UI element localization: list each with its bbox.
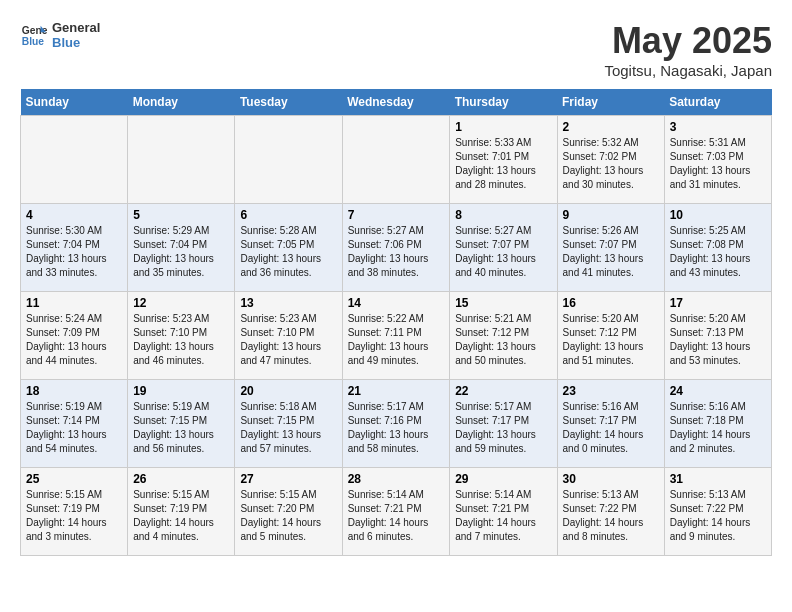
calendar-cell: 19Sunrise: 5:19 AM Sunset: 7:15 PM Dayli… (128, 380, 235, 468)
col-header-thursday: Thursday (450, 89, 557, 116)
day-detail: Sunrise: 5:14 AM Sunset: 7:21 PM Dayligh… (455, 488, 551, 544)
logo: General Blue General Blue (20, 20, 100, 50)
day-detail: Sunrise: 5:13 AM Sunset: 7:22 PM Dayligh… (670, 488, 766, 544)
calendar-cell: 10Sunrise: 5:25 AM Sunset: 7:08 PM Dayli… (664, 204, 771, 292)
calendar-cell: 12Sunrise: 5:23 AM Sunset: 7:10 PM Dayli… (128, 292, 235, 380)
col-header-friday: Friday (557, 89, 664, 116)
calendar-cell: 21Sunrise: 5:17 AM Sunset: 7:16 PM Dayli… (342, 380, 450, 468)
day-detail: Sunrise: 5:14 AM Sunset: 7:21 PM Dayligh… (348, 488, 445, 544)
day-number: 15 (455, 296, 551, 310)
day-number: 6 (240, 208, 336, 222)
day-detail: Sunrise: 5:31 AM Sunset: 7:03 PM Dayligh… (670, 136, 766, 192)
calendar-cell: 8Sunrise: 5:27 AM Sunset: 7:07 PM Daylig… (450, 204, 557, 292)
calendar-cell (21, 116, 128, 204)
calendar-cell: 24Sunrise: 5:16 AM Sunset: 7:18 PM Dayli… (664, 380, 771, 468)
logo-line1: General (52, 20, 100, 35)
calendar-cell (342, 116, 450, 204)
day-detail: Sunrise: 5:30 AM Sunset: 7:04 PM Dayligh… (26, 224, 122, 280)
day-number: 1 (455, 120, 551, 134)
calendar-cell: 20Sunrise: 5:18 AM Sunset: 7:15 PM Dayli… (235, 380, 342, 468)
col-header-tuesday: Tuesday (235, 89, 342, 116)
day-number: 16 (563, 296, 659, 310)
day-detail: Sunrise: 5:23 AM Sunset: 7:10 PM Dayligh… (133, 312, 229, 368)
day-number: 5 (133, 208, 229, 222)
day-number: 26 (133, 472, 229, 486)
day-detail: Sunrise: 5:17 AM Sunset: 7:17 PM Dayligh… (455, 400, 551, 456)
day-number: 30 (563, 472, 659, 486)
day-detail: Sunrise: 5:19 AM Sunset: 7:15 PM Dayligh… (133, 400, 229, 456)
day-detail: Sunrise: 5:32 AM Sunset: 7:02 PM Dayligh… (563, 136, 659, 192)
col-header-sunday: Sunday (21, 89, 128, 116)
col-header-wednesday: Wednesday (342, 89, 450, 116)
calendar-cell: 17Sunrise: 5:20 AM Sunset: 7:13 PM Dayli… (664, 292, 771, 380)
calendar-cell (128, 116, 235, 204)
day-number: 27 (240, 472, 336, 486)
day-detail: Sunrise: 5:15 AM Sunset: 7:19 PM Dayligh… (133, 488, 229, 544)
day-detail: Sunrise: 5:20 AM Sunset: 7:12 PM Dayligh… (563, 312, 659, 368)
day-number: 4 (26, 208, 122, 222)
calendar-cell: 13Sunrise: 5:23 AM Sunset: 7:10 PM Dayli… (235, 292, 342, 380)
day-number: 3 (670, 120, 766, 134)
calendar-cell: 30Sunrise: 5:13 AM Sunset: 7:22 PM Dayli… (557, 468, 664, 556)
calendar-cell: 2Sunrise: 5:32 AM Sunset: 7:02 PM Daylig… (557, 116, 664, 204)
col-header-saturday: Saturday (664, 89, 771, 116)
day-detail: Sunrise: 5:27 AM Sunset: 7:06 PM Dayligh… (348, 224, 445, 280)
day-number: 14 (348, 296, 445, 310)
day-number: 28 (348, 472, 445, 486)
col-header-monday: Monday (128, 89, 235, 116)
day-detail: Sunrise: 5:28 AM Sunset: 7:05 PM Dayligh… (240, 224, 336, 280)
calendar-week-2: 11Sunrise: 5:24 AM Sunset: 7:09 PM Dayli… (21, 292, 772, 380)
day-number: 20 (240, 384, 336, 398)
calendar-week-3: 18Sunrise: 5:19 AM Sunset: 7:14 PM Dayli… (21, 380, 772, 468)
day-number: 11 (26, 296, 122, 310)
calendar-cell: 31Sunrise: 5:13 AM Sunset: 7:22 PM Dayli… (664, 468, 771, 556)
day-detail: Sunrise: 5:20 AM Sunset: 7:13 PM Dayligh… (670, 312, 766, 368)
day-detail: Sunrise: 5:18 AM Sunset: 7:15 PM Dayligh… (240, 400, 336, 456)
day-detail: Sunrise: 5:21 AM Sunset: 7:12 PM Dayligh… (455, 312, 551, 368)
day-number: 24 (670, 384, 766, 398)
day-detail: Sunrise: 5:24 AM Sunset: 7:09 PM Dayligh… (26, 312, 122, 368)
calendar-cell: 29Sunrise: 5:14 AM Sunset: 7:21 PM Dayli… (450, 468, 557, 556)
day-detail: Sunrise: 5:15 AM Sunset: 7:19 PM Dayligh… (26, 488, 122, 544)
day-detail: Sunrise: 5:22 AM Sunset: 7:11 PM Dayligh… (348, 312, 445, 368)
day-number: 25 (26, 472, 122, 486)
calendar-cell: 18Sunrise: 5:19 AM Sunset: 7:14 PM Dayli… (21, 380, 128, 468)
page-header: General Blue General Blue May 2025 Togit… (20, 20, 772, 79)
calendar-cell: 14Sunrise: 5:22 AM Sunset: 7:11 PM Dayli… (342, 292, 450, 380)
calendar-week-1: 4Sunrise: 5:30 AM Sunset: 7:04 PM Daylig… (21, 204, 772, 292)
calendar-cell: 4Sunrise: 5:30 AM Sunset: 7:04 PM Daylig… (21, 204, 128, 292)
calendar-week-0: 1Sunrise: 5:33 AM Sunset: 7:01 PM Daylig… (21, 116, 772, 204)
day-detail: Sunrise: 5:29 AM Sunset: 7:04 PM Dayligh… (133, 224, 229, 280)
calendar-cell: 23Sunrise: 5:16 AM Sunset: 7:17 PM Dayli… (557, 380, 664, 468)
day-number: 17 (670, 296, 766, 310)
day-number: 18 (26, 384, 122, 398)
title-block: May 2025 Togitsu, Nagasaki, Japan (604, 20, 772, 79)
day-number: 29 (455, 472, 551, 486)
day-number: 22 (455, 384, 551, 398)
calendar-cell: 27Sunrise: 5:15 AM Sunset: 7:20 PM Dayli… (235, 468, 342, 556)
day-detail: Sunrise: 5:19 AM Sunset: 7:14 PM Dayligh… (26, 400, 122, 456)
calendar-cell: 6Sunrise: 5:28 AM Sunset: 7:05 PM Daylig… (235, 204, 342, 292)
day-detail: Sunrise: 5:17 AM Sunset: 7:16 PM Dayligh… (348, 400, 445, 456)
calendar-cell: 1Sunrise: 5:33 AM Sunset: 7:01 PM Daylig… (450, 116, 557, 204)
calendar-cell: 7Sunrise: 5:27 AM Sunset: 7:06 PM Daylig… (342, 204, 450, 292)
calendar-cell: 15Sunrise: 5:21 AM Sunset: 7:12 PM Dayli… (450, 292, 557, 380)
day-detail: Sunrise: 5:27 AM Sunset: 7:07 PM Dayligh… (455, 224, 551, 280)
calendar-table: SundayMondayTuesdayWednesdayThursdayFrid… (20, 89, 772, 556)
day-detail: Sunrise: 5:23 AM Sunset: 7:10 PM Dayligh… (240, 312, 336, 368)
day-detail: Sunrise: 5:25 AM Sunset: 7:08 PM Dayligh… (670, 224, 766, 280)
calendar-cell (235, 116, 342, 204)
logo-icon: General Blue (20, 21, 48, 49)
day-number: 10 (670, 208, 766, 222)
day-number: 2 (563, 120, 659, 134)
day-number: 23 (563, 384, 659, 398)
calendar-cell: 16Sunrise: 5:20 AM Sunset: 7:12 PM Dayli… (557, 292, 664, 380)
header-row: SundayMondayTuesdayWednesdayThursdayFrid… (21, 89, 772, 116)
calendar-cell: 28Sunrise: 5:14 AM Sunset: 7:21 PM Dayli… (342, 468, 450, 556)
day-number: 7 (348, 208, 445, 222)
calendar-cell: 5Sunrise: 5:29 AM Sunset: 7:04 PM Daylig… (128, 204, 235, 292)
calendar-cell: 22Sunrise: 5:17 AM Sunset: 7:17 PM Dayli… (450, 380, 557, 468)
day-number: 13 (240, 296, 336, 310)
calendar-week-4: 25Sunrise: 5:15 AM Sunset: 7:19 PM Dayli… (21, 468, 772, 556)
calendar-cell: 25Sunrise: 5:15 AM Sunset: 7:19 PM Dayli… (21, 468, 128, 556)
